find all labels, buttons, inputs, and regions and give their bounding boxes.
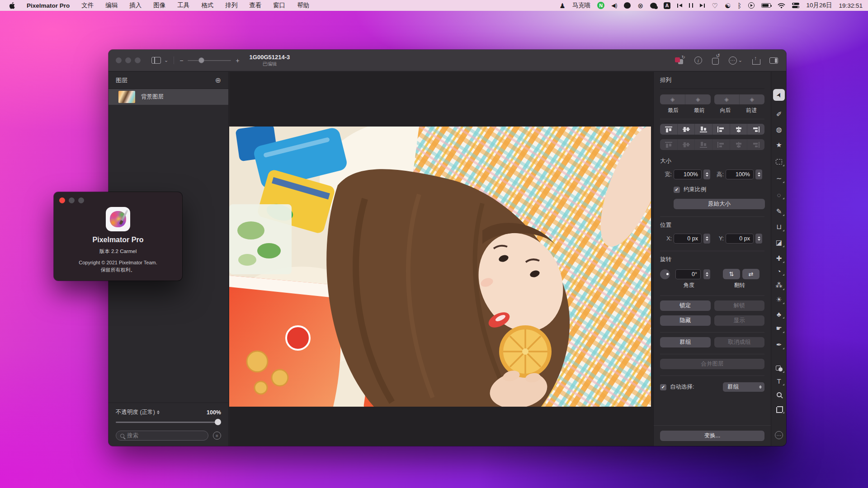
angle-stepper[interactable] <box>703 269 710 279</box>
zoom-window-button[interactable] <box>135 57 141 63</box>
opacity-slider[interactable] <box>116 419 221 425</box>
flip-vertical-button[interactable]: ⇅ <box>723 269 740 279</box>
grain-tool[interactable]: ⁂ <box>771 279 786 292</box>
angle-field[interactable]: 0° <box>675 269 701 279</box>
more-tools-button[interactable]: ⋯ <box>771 429 786 441</box>
lock-button[interactable]: 锁定 <box>660 300 711 311</box>
menu-help[interactable]: 帮助 <box>297 1 309 9</box>
y-field[interactable]: 0 px <box>726 234 754 244</box>
freeform-select-tool[interactable]: ∼ <box>771 172 786 185</box>
align-top-button[interactable] <box>660 124 677 135</box>
zoom-tool[interactable] <box>771 388 786 401</box>
align-center-horizontal-button[interactable] <box>677 124 695 135</box>
search-input[interactable] <box>127 432 204 439</box>
status-date[interactable]: 10月26日 <box>806 1 832 9</box>
style-tool[interactable]: ✐ <box>771 108 786 121</box>
repair-tool[interactable]: ✚ <box>771 252 786 265</box>
align-right-button[interactable] <box>747 124 764 135</box>
menu-app-name[interactable]: Pixelmator Pro <box>27 2 70 9</box>
heart-icon[interactable]: ♡ <box>712 2 717 9</box>
opacity-slider-knob[interactable] <box>215 419 221 425</box>
warp-tool[interactable]: ☛ <box>771 322 786 335</box>
text-tool[interactable]: T <box>771 375 786 387</box>
effects-tool[interactable]: ★ <box>771 139 786 151</box>
layer-filter-icon[interactable]: ≡ <box>213 432 221 440</box>
merge-layers-button[interactable]: 合并图层 <box>660 359 764 369</box>
align-left-button[interactable] <box>712 124 730 135</box>
color-adjustments-tool[interactable]: ◍ <box>771 123 786 136</box>
auto-select-checkbox[interactable]: ✓ <box>660 384 666 390</box>
media-previous-icon[interactable] <box>677 4 682 8</box>
battery-icon[interactable] <box>761 3 771 8</box>
erase-tool[interactable]: ◪ <box>771 236 786 249</box>
original-size-button[interactable]: 原始大小 <box>674 199 765 209</box>
fill-tool[interactable]: ⊔ <box>771 221 786 233</box>
menu-edit[interactable]: 编辑 <box>105 1 118 9</box>
menu-window[interactable]: 窗口 <box>273 1 285 9</box>
zoom-slider-knob[interactable] <box>198 57 204 63</box>
cloud-app-icon[interactable] <box>624 2 631 9</box>
qq-icon[interactable]: ♟ <box>559 2 565 9</box>
menu-arrange[interactable]: 排列 <box>225 1 237 9</box>
menu-image[interactable]: 图像 <box>153 1 165 9</box>
more-tools-menu[interactable]: ⋯⌄ <box>729 56 742 65</box>
send-backward-button[interactable]: ◈ <box>714 94 739 104</box>
x-stepper[interactable] <box>703 234 710 244</box>
blend-mode-stepper-icon[interactable] <box>157 410 160 415</box>
bluetooth-icon[interactable]: ᛒ <box>737 2 741 9</box>
media-next-icon[interactable] <box>700 4 705 8</box>
canvas-image[interactable] <box>229 127 651 407</box>
crop-tool[interactable] <box>771 403 786 415</box>
color-swap-icon[interactable]: ↻ <box>675 56 684 65</box>
arrange-tool[interactable]: ➤ <box>773 89 785 101</box>
transform-button[interactable]: 变换... <box>660 431 764 441</box>
status-time[interactable]: 19:32:51 <box>839 2 863 9</box>
ungroup-button[interactable]: 取消成组 <box>714 337 765 347</box>
align-bottom-button[interactable] <box>694 124 712 135</box>
send-to-back-button[interactable]: ◈ <box>660 94 685 104</box>
layer-row-background[interactable]: 背景图层 <box>108 89 228 105</box>
unlock-button[interactable]: 解锁 <box>714 300 765 311</box>
sidebar-toggle-icon[interactable] <box>151 57 161 64</box>
paint-tool[interactable]: ✎ <box>771 205 786 218</box>
distribute-bottom-button[interactable] <box>694 139 712 150</box>
width-field[interactable]: 100% <box>674 169 702 179</box>
auto-select-dropdown[interactable]: 群组 <box>723 382 764 392</box>
netease-music-icon[interactable]: N <box>597 2 604 9</box>
height-stepper[interactable] <box>755 169 762 179</box>
rotation-knob[interactable] <box>660 269 670 279</box>
menu-view[interactable]: 查看 <box>249 1 261 9</box>
wechat-icon[interactable] <box>650 3 657 9</box>
wifi-icon[interactable] <box>778 3 785 9</box>
bring-to-front-button[interactable]: ◈ <box>685 94 710 104</box>
info-icon[interactable]: i <box>694 56 702 64</box>
sidebar-chevron-icon[interactable]: ⌄ <box>164 57 168 63</box>
add-layer-icon[interactable]: ⊕ <box>215 76 221 84</box>
align-center-vertical-button[interactable] <box>730 124 747 135</box>
distribute-center-v-button[interactable] <box>730 139 747 150</box>
constrain-checkbox[interactable]: ✓ <box>674 187 680 193</box>
distribute-top-button[interactable] <box>660 139 677 150</box>
media-pause-icon[interactable] <box>689 3 693 8</box>
zoom-slider[interactable] <box>188 57 231 63</box>
wheel-app-icon[interactable]: ⊗ <box>637 2 643 9</box>
x-field[interactable]: 0 px <box>674 234 702 244</box>
about-zoom-button[interactable] <box>78 197 84 203</box>
minimize-button[interactable] <box>125 57 131 63</box>
bring-forward-button[interactable]: ◈ <box>739 94 764 104</box>
about-close-button[interactable] <box>59 197 65 203</box>
menu-format[interactable]: 格式 <box>201 1 213 9</box>
close-button[interactable] <box>116 57 122 63</box>
height-field[interactable]: 100% <box>726 169 754 179</box>
menu-insert[interactable]: 插入 <box>129 1 142 9</box>
distribute-left-button[interactable] <box>712 139 730 150</box>
hide-button[interactable]: 隐藏 <box>660 315 711 326</box>
layer-search-field[interactable] <box>116 431 208 441</box>
menu-file[interactable]: 文件 <box>81 1 94 9</box>
pen-tool[interactable]: ✒ <box>771 338 786 351</box>
apple-menu-icon[interactable] <box>9 2 15 9</box>
about-minimize-button[interactable] <box>69 197 75 203</box>
group-button[interactable]: 群组 <box>660 337 711 347</box>
flip-horizontal-button[interactable]: ⇄ <box>742 269 760 279</box>
color-tool[interactable]: ♣ <box>771 308 786 320</box>
